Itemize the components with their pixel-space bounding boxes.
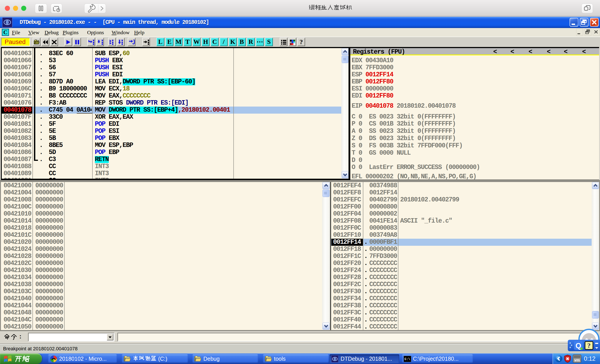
svg-text:Q: Q [575, 341, 581, 350]
svg-text:vm: vm [574, 358, 580, 362]
svg-text:C:\: C:\ [404, 357, 410, 361]
svg-text:?: ? [587, 342, 591, 349]
